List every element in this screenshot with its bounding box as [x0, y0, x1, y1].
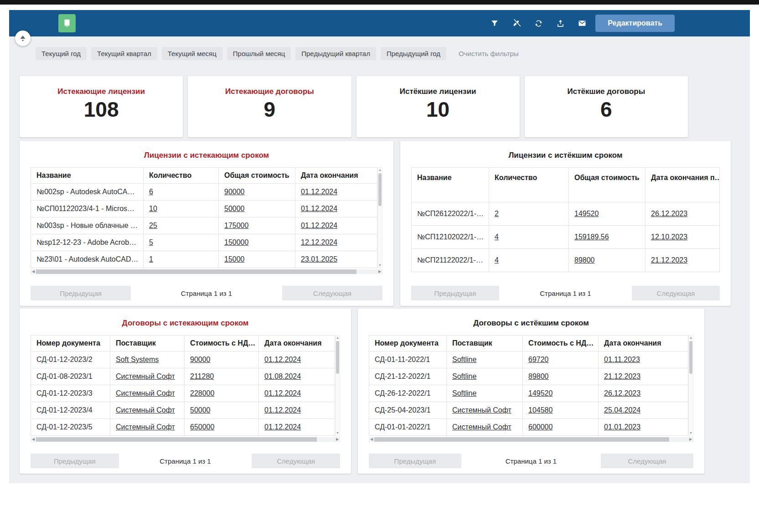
cell-end-date-link[interactable]: 01.12.2024 [301, 188, 337, 196]
cell-end-date-link[interactable]: 01.12.2024 [301, 205, 337, 212]
scroll-down-icon[interactable]: ▼ [378, 263, 382, 268]
cell-quantity-link[interactable]: 4 [495, 256, 499, 264]
scroll-right-icon[interactable]: ▶ [377, 269, 382, 274]
chip-last-month[interactable]: Прошлый месяц [227, 47, 291, 60]
pen-slash-icon[interactable] [511, 18, 521, 28]
cell-cost-link[interactable]: 89800 [528, 372, 549, 380]
vertical-scrollbar[interactable]: ▲ ▼ [688, 335, 693, 436]
cell-end-date-link[interactable]: 26.12.2023 [604, 389, 640, 397]
cell-end-date-link[interactable]: 01.12.2024 [301, 222, 337, 229]
cell-cost-link[interactable]: 211280 [190, 372, 214, 380]
cell-supplier-link[interactable]: Soft Systems [116, 356, 159, 363]
cell-total-cost-link[interactable]: 89800 [574, 256, 595, 264]
cell-quantity-link[interactable]: 4 [495, 233, 499, 241]
vertical-scroll-thumb[interactable] [378, 173, 382, 206]
chip-previous-quarter[interactable]: Предыдущий квартал [295, 47, 376, 60]
pager-previous[interactable]: Предыдущая [369, 454, 461, 468]
clear-filters-link[interactable]: Очистить фильтры [459, 50, 519, 57]
horizontal-scroll-thumb[interactable] [374, 437, 669, 442]
scroll-left-icon[interactable]: ◀ [369, 437, 374, 442]
cell-supplier-link[interactable]: Softline [452, 356, 476, 363]
horizontal-scroll-thumb[interactable] [36, 437, 317, 442]
cell-end-date-link[interactable]: 25.04.2024 [604, 406, 640, 414]
cell-total-cost-link[interactable]: 159189.56 [574, 233, 609, 241]
filter-icon[interactable] [490, 18, 500, 28]
cell-supplier-link[interactable]: Системный Софт [116, 423, 175, 431]
edit-button[interactable]: Редактировать [595, 15, 675, 32]
cell-quantity-link[interactable]: 25 [149, 222, 157, 229]
chip-current-month[interactable]: Текущий месяц [162, 47, 222, 60]
cell-cost-link[interactable]: 69720 [528, 356, 549, 363]
cell-total-cost-link[interactable]: 150000 [224, 238, 248, 246]
cell-cost-link[interactable]: 228000 [190, 389, 214, 397]
cell-total-cost-link[interactable]: 149520 [574, 210, 599, 217]
pager-next[interactable]: Следующая [252, 454, 340, 468]
vertical-scrollbar[interactable]: ▲ ▼ [335, 335, 340, 436]
cell-end-date-link[interactable]: 01.08.2024 [264, 372, 301, 380]
scroll-right-icon[interactable]: ▶ [335, 437, 340, 442]
mail-icon[interactable] [577, 18, 587, 28]
cell-cost-link[interactable]: 149520 [528, 389, 552, 397]
scroll-up-icon[interactable]: ▲ [336, 336, 339, 340]
horizontal-scrollbar[interactable]: ◀ ▶ [369, 437, 693, 442]
scroll-left-icon[interactable]: ◀ [31, 437, 36, 442]
horizontal-scroll-thumb[interactable] [36, 269, 356, 274]
cell-quantity-link[interactable]: 10 [149, 205, 157, 212]
cell-supplier-link[interactable]: Системный Софт [116, 372, 175, 380]
pager-previous[interactable]: Предыдущая [31, 454, 119, 468]
vertical-scroll-thumb[interactable] [689, 341, 692, 374]
cell-cost-link[interactable]: 650000 [190, 423, 214, 431]
cell-end-date-link[interactable]: 26.12.2023 [651, 210, 687, 217]
cell-total-cost-link[interactable]: 175000 [224, 222, 248, 229]
cell-cost-link[interactable]: 50000 [190, 406, 211, 414]
scroll-down-icon[interactable]: ▼ [689, 431, 692, 435]
chip-current-quarter[interactable]: Текущий квартал [91, 47, 157, 60]
chip-previous-year[interactable]: Предыдущий год [381, 47, 446, 60]
cell-end-date-link[interactable]: 01.11.2023 [604, 356, 640, 363]
cell-total-cost-link[interactable]: 50000 [224, 205, 245, 212]
upload-icon[interactable] [555, 18, 565, 28]
expand-toggle-button[interactable] [15, 31, 31, 46]
cell-end-date-link[interactable]: 01.12.2024 [264, 356, 301, 363]
cell-cost-link[interactable]: 600000 [528, 423, 552, 431]
refresh-icon[interactable] [533, 18, 543, 28]
scroll-right-icon[interactable]: ▶ [688, 437, 693, 442]
vertical-scrollbar[interactable]: ▲ ▼ [377, 167, 382, 268]
pager-next[interactable]: Следующая [601, 454, 693, 468]
vertical-scroll-thumb[interactable] [336, 341, 339, 374]
monitor-icon[interactable] [58, 14, 76, 32]
cell-end-date-link[interactable]: 12.12.2024 [301, 238, 337, 246]
pager-previous[interactable]: Предыдущая [31, 286, 131, 300]
cell-end-date-link[interactable]: 21.12.2023 [604, 372, 640, 380]
cell-supplier-link[interactable]: Системный Софт [452, 406, 511, 414]
scroll-down-icon[interactable]: ▼ [336, 431, 339, 435]
cell-quantity-link[interactable]: 1 [149, 255, 153, 263]
cell-end-date-link[interactable]: 23.01.2025 [301, 255, 337, 263]
cell-cost-link[interactable]: 90000 [190, 356, 211, 363]
cell-end-date-link[interactable]: 12.10.2023 [651, 233, 687, 241]
chip-current-year[interactable]: Текущий год [36, 47, 87, 60]
cell-supplier-link[interactable]: Системный Софт [452, 423, 511, 431]
scroll-up-icon[interactable]: ▲ [689, 336, 692, 340]
cell-supplier-link[interactable]: Softline [452, 372, 476, 380]
cell-total-cost-link[interactable]: 90000 [224, 188, 245, 196]
pager-next[interactable]: Следующая [282, 286, 382, 300]
cell-end-date-link[interactable]: 01.12.2024 [264, 423, 301, 431]
horizontal-scrollbar[interactable]: ◀ ▶ [31, 269, 382, 274]
pager-next[interactable]: Следующая [632, 286, 720, 300]
scroll-up-icon[interactable]: ▲ [378, 168, 382, 172]
cell-quantity-link[interactable]: 5 [149, 238, 153, 246]
cell-supplier-link[interactable]: Softline [452, 389, 476, 397]
cell-total-cost-link[interactable]: 15000 [224, 255, 245, 263]
cell-end-date-link[interactable]: 01.01.2023 [604, 423, 640, 431]
cell-cost-link[interactable]: 104580 [528, 406, 552, 414]
cell-quantity-link[interactable]: 6 [149, 188, 153, 196]
scroll-left-icon[interactable]: ◀ [31, 269, 36, 274]
cell-supplier-link[interactable]: Системный Софт [116, 406, 175, 414]
pager-previous[interactable]: Предыдущая [411, 286, 499, 300]
horizontal-scrollbar[interactable]: ◀ ▶ [31, 437, 340, 442]
cell-quantity-link[interactable]: 2 [495, 210, 499, 217]
cell-end-date-link[interactable]: 21.12.2023 [651, 256, 687, 264]
cell-end-date-link[interactable]: 01.12.2024 [264, 389, 301, 397]
cell-end-date-link[interactable]: 01.12.2024 [264, 406, 301, 414]
